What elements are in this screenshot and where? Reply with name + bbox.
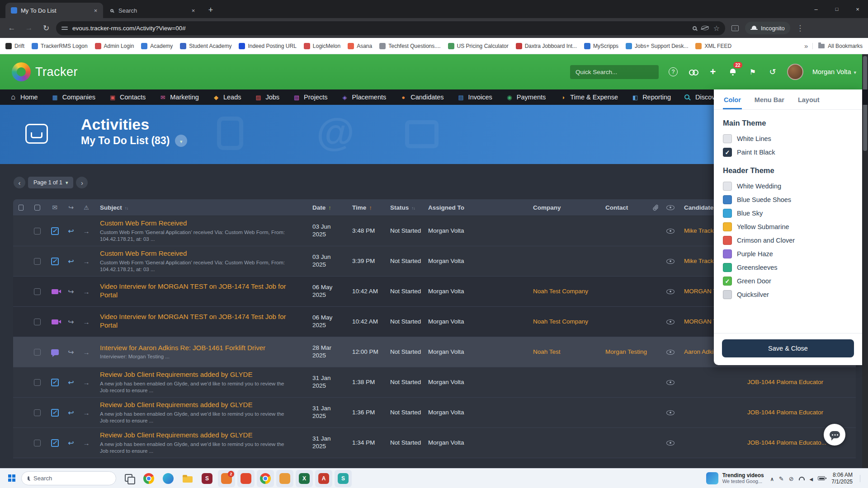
subject-link[interactable]: Custom Web Form Received [100,249,301,258]
tab-close-icon[interactable] [189,7,197,14]
nav-item[interactable]: ◉ Payments [499,89,552,105]
subject-link[interactable]: Review Job Client Requirements added by … [100,371,301,379]
bookmark-item[interactable]: TrackerRMS Logon [32,43,88,49]
company-link[interactable]: Noah Test Company [528,318,600,326]
reply-icon[interactable] [64,348,78,357]
taskbar-app-icon[interactable]: S [198,470,216,487]
theme-checkbox[interactable] [723,263,732,272]
minimize-button[interactable] [806,0,826,18]
nav-item[interactable]: ▣ Contacts [102,89,152,105]
open-arrow-icon[interactable] [78,227,94,235]
browser-tab-inactive[interactable]: Search [103,3,201,18]
open-arrow-icon[interactable] [78,318,94,326]
window-close-button[interactable] [847,0,868,18]
row-checkbox[interactable] [34,228,41,235]
mail-icon[interactable] [46,204,64,211]
taskbar-app-icon[interactable] [179,470,196,487]
install-icon[interactable] [728,21,742,35]
open-arrow-icon[interactable] [78,409,94,417]
news-widget[interactable]: Trending videos We tested Goog... [706,472,764,484]
taskbar-app-icon[interactable] [160,470,177,487]
nav-item[interactable]: ▨ Jobs [248,89,286,105]
bookmark-item[interactable]: US Pricing Calculator [448,43,509,49]
row-checkbox[interactable] [34,319,41,325]
taskbar-clock[interactable]: 8:06 AM 7/1/2025 [831,472,853,485]
job-link[interactable]: JOB-1044 Paloma Educator [742,409,856,417]
page-indicator[interactable]: Page 1 of 1 [28,177,73,188]
table-row[interactable]: Review Job Client Requirements added by … [13,398,856,428]
user-avatar[interactable] [787,64,803,80]
subject-link[interactable]: Review Job Client Requirements added by … [100,431,301,440]
zoom-icon[interactable] [693,26,697,30]
job-link[interactable]: JOB-1044 Paloma Educator [742,379,856,386]
row-checkbox[interactable] [34,379,41,386]
bookmark-item[interactable]: XML FEED [695,43,731,49]
theme-checkbox[interactable] [723,209,732,218]
theme-option[interactable]: Quicksilver [723,288,853,301]
nav-item[interactable]: ⌂ Home [3,89,45,105]
reload-button[interactable] [39,21,53,35]
url-text[interactable]: evous.tracker-rms.com/Activity?View=00# [72,25,688,32]
col-contact[interactable]: Contact [600,204,649,211]
col-date[interactable]: Date [307,204,347,211]
chat-widget-button[interactable] [824,424,845,446]
bookmark-item[interactable]: Techfest Questions.... [379,43,440,49]
open-arrow-icon[interactable] [78,439,94,447]
warning-icon[interactable] [78,204,94,211]
url-bar[interactable]: evous.tracker-rms.com/Activity?View=00# [56,21,725,35]
theme-option[interactable]: Yellow Submarine [723,220,853,234]
theme-checkbox[interactable] [723,249,732,258]
col-company[interactable]: Company [528,204,600,211]
add-icon[interactable] [708,66,718,77]
site-settings-icon[interactable] [61,25,68,31]
preview-eye-icon[interactable] [662,441,679,446]
preview-eye-icon[interactable] [662,259,679,264]
help-icon[interactable] [668,66,679,77]
theme-checkbox[interactable] [723,290,732,299]
open-arrow-icon[interactable] [78,258,94,265]
theme-option[interactable]: Crimson and Clover [723,234,853,247]
pen-icon[interactable] [779,474,784,483]
panel-tab[interactable]: Color [723,89,742,109]
row-checkbox[interactable] [34,288,41,295]
next-page-button[interactable] [76,177,88,188]
bookmark-item[interactable]: Admin Login [95,43,134,49]
theme-option[interactable]: Purple Haze [723,247,853,261]
table-row[interactable]: Review Job Client Requirements added by … [13,428,856,458]
nav-item[interactable]: ▧ Projects [286,89,334,105]
taskbar-app-icon[interactable] [276,470,293,487]
forward-button[interactable] [22,21,36,35]
nav-item[interactable]: ● Candidates [393,89,450,105]
taskbar-search[interactable] [21,471,116,485]
battery-icon[interactable] [818,476,825,480]
bookmark-item[interactable]: LogicMelon [304,43,340,49]
bookmark-item[interactable]: Daxtra Jobboard Int... [516,43,577,49]
save-close-button[interactable]: Save & Close [722,339,854,357]
taskbar-app-icon[interactable] [121,470,138,487]
nav-item[interactable]: ◆ Leads [206,89,248,105]
panel-tab[interactable]: Menu Bar [754,89,785,109]
share-icon[interactable] [64,204,78,211]
nav-item[interactable]: ◑ Time & Expense [552,89,625,105]
contact-link[interactable]: Morgan Testing [600,348,649,356]
preview-eye-icon[interactable] [662,350,679,355]
tracker-logo[interactable]: Tracker [12,62,78,81]
bookmarks-overflow-chevron[interactable]: » [800,42,812,50]
taskbar-app-icon[interactable] [257,470,274,487]
nav-item[interactable]: ▤ Invoices [451,89,499,105]
theme-option[interactable]: White Lines [723,132,853,145]
eye-off-icon[interactable] [701,26,709,30]
bookmark-item[interactable]: Student Academy [180,43,231,49]
flag-icon[interactable] [747,66,758,77]
subject-link[interactable]: Interview for Aaron Adkins Re: JOB-1461 … [100,344,301,352]
preview-eye-icon[interactable] [662,319,679,324]
browser-tab-active[interactable]: My To Do List [5,3,103,18]
reply-icon[interactable] [64,257,78,266]
maximize-button[interactable] [826,0,847,18]
theme-option[interactable]: Blue Suede Shoes [723,193,853,206]
bookmark-item[interactable]: Academy [141,43,173,49]
bookmark-item[interactable]: Drift [5,43,24,49]
previous-page-button[interactable] [14,177,25,188]
theme-option[interactable]: Greensleeves [723,261,853,274]
select-all-checkbox[interactable] [28,205,46,211]
